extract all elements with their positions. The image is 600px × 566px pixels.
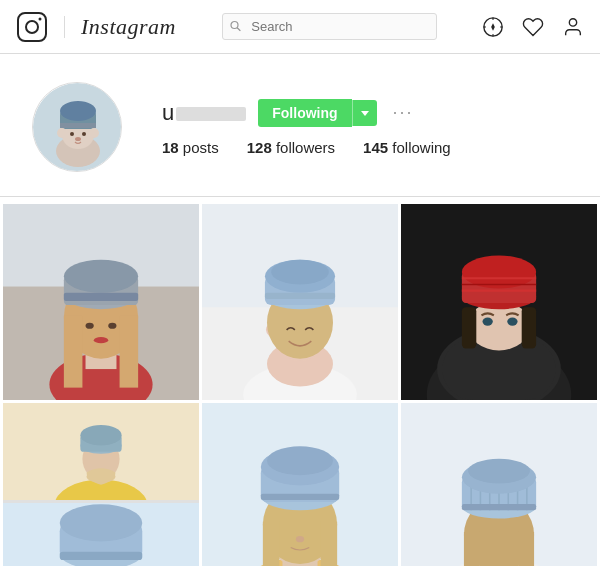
svg-rect-88 — [321, 522, 338, 566]
search-bar — [222, 13, 437, 40]
svg-point-112 — [468, 459, 530, 484]
grid-item[interactable] — [401, 403, 597, 566]
svg-point-62 — [462, 256, 536, 289]
search-input[interactable] — [222, 13, 437, 40]
svg-rect-37 — [64, 293, 138, 301]
svg-point-3 — [231, 21, 238, 28]
photo-grid — [0, 201, 600, 566]
sub-photo-top — [3, 403, 199, 500]
following-button-group: Following — [258, 99, 376, 127]
svg-point-36 — [64, 260, 138, 293]
heart-icon[interactable] — [522, 16, 544, 38]
svg-point-23 — [75, 137, 81, 141]
profile-stats: 18 posts 128 followers 145 following — [162, 139, 451, 156]
svg-rect-33 — [120, 315, 139, 387]
svg-point-2 — [39, 17, 42, 20]
username-redacted — [176, 107, 246, 121]
grid-item-double[interactable] — [3, 403, 199, 566]
logo-text: Instagram — [81, 14, 176, 40]
svg-rect-67 — [522, 307, 536, 348]
svg-rect-100 — [464, 532, 479, 566]
profile-top-row: u Following ··· — [162, 99, 451, 127]
svg-point-22 — [82, 132, 86, 136]
posts-stat: 18 posts — [162, 139, 219, 156]
svg-marker-10 — [491, 23, 495, 30]
profile-username: u — [162, 100, 246, 126]
svg-point-38 — [86, 323, 94, 329]
svg-point-39 — [108, 323, 116, 329]
svg-rect-52 — [265, 293, 335, 299]
svg-rect-66 — [462, 307, 476, 348]
svg-point-17 — [60, 101, 96, 121]
svg-rect-113 — [462, 504, 536, 510]
header-logo: Instagram — [16, 11, 176, 43]
photo-grid-section — [0, 196, 600, 566]
grid-item[interactable] — [401, 204, 597, 400]
following-stat[interactable]: 145 following — [363, 139, 451, 156]
profile-icon[interactable] — [562, 16, 584, 38]
header-actions — [482, 16, 584, 38]
svg-rect-18 — [60, 123, 96, 128]
svg-point-59 — [507, 317, 517, 325]
svg-point-11 — [569, 18, 576, 25]
profile-info: u Following ··· 18 posts 128 followers 1… — [162, 99, 451, 156]
svg-point-73 — [80, 425, 121, 446]
avatar — [32, 82, 122, 172]
compass-icon[interactable] — [482, 16, 504, 38]
svg-rect-93 — [261, 494, 339, 500]
logo-divider — [64, 16, 65, 38]
search-icon — [230, 20, 241, 33]
instagram-logo-icon — [16, 11, 48, 43]
svg-point-19 — [57, 128, 67, 138]
following-dropdown-button[interactable] — [352, 100, 377, 126]
svg-point-78 — [60, 504, 143, 541]
svg-rect-101 — [519, 532, 534, 566]
svg-point-58 — [482, 317, 492, 325]
svg-rect-79 — [60, 551, 143, 559]
svg-point-20 — [89, 128, 99, 138]
grid-item[interactable] — [202, 204, 398, 400]
svg-rect-0 — [18, 13, 46, 41]
svg-point-92 — [267, 446, 333, 475]
svg-rect-87 — [263, 522, 280, 566]
svg-point-40 — [94, 337, 108, 343]
svg-point-51 — [271, 260, 329, 285]
grid-item[interactable] — [202, 403, 398, 566]
following-button[interactable]: Following — [258, 99, 351, 127]
svg-point-94 — [296, 536, 304, 542]
profile-section: u Following ··· 18 posts 128 followers 1… — [0, 54, 600, 196]
svg-rect-32 — [64, 315, 83, 387]
svg-point-1 — [26, 21, 38, 33]
header: Instagram — [0, 0, 600, 54]
svg-point-21 — [70, 132, 74, 136]
svg-marker-24 — [361, 111, 369, 116]
followers-stat[interactable]: 128 followers — [247, 139, 335, 156]
svg-line-4 — [238, 28, 241, 31]
more-options-button[interactable]: ··· — [389, 102, 418, 123]
grid-item[interactable] — [3, 204, 199, 400]
sub-photo-bottom — [3, 503, 199, 567]
avatar-image — [33, 83, 122, 172]
